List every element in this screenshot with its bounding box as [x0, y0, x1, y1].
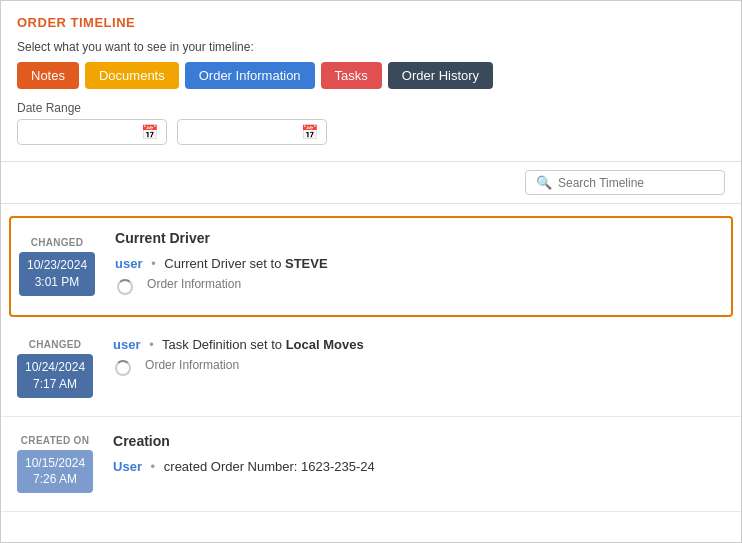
page-container: ORDER TIMELINE Select what you want to s…	[0, 0, 742, 543]
btn-documents[interactable]: Documents	[85, 62, 179, 89]
user-link-2a[interactable]: user	[113, 337, 140, 352]
date-start-wrapper: 📅	[17, 119, 167, 145]
entry-right-3: Creation User • created Order Number: 16…	[101, 421, 733, 508]
date-start-input[interactable]	[26, 125, 141, 139]
timeline-text-1a: user • Current Driver set to STEVE	[115, 256, 328, 271]
search-input[interactable]	[558, 176, 714, 190]
timeline-body: CHANGED 10/23/2024 3:01 PM Current Drive…	[1, 204, 741, 542]
filter-buttons: Notes Documents Order Information Tasks …	[17, 62, 725, 89]
time-3: 7:26 AM	[25, 471, 85, 488]
timeline-row-2a: user • Task Definition set to Local Move…	[113, 337, 717, 352]
action-text-3a: created Order Number:	[164, 459, 301, 474]
section-title-3: Creation	[113, 433, 717, 449]
sub-info-2b: Order Information	[145, 358, 239, 372]
calendar-start-icon[interactable]: 📅	[141, 124, 158, 140]
time-1: 3:01 PM	[27, 274, 87, 291]
date-range-section: Date Range 📅 📅	[17, 101, 725, 145]
btn-notes[interactable]: Notes	[17, 62, 79, 89]
btn-order-info[interactable]: Order Information	[185, 62, 315, 89]
timeline-text-3a: User • created Order Number: 1623-235-24	[113, 459, 375, 474]
entry-left-2: CHANGED 10/24/2024 7:17 AM	[9, 325, 101, 412]
search-wrapper: 🔍	[525, 170, 725, 195]
date-2: 10/24/2024	[25, 359, 85, 376]
spinner-icon-2b	[113, 358, 133, 378]
calendar-end-icon[interactable]: 📅	[301, 124, 318, 140]
entry-left-3: CREATED ON 10/15/2024 7:26 AM	[9, 421, 101, 508]
bullet-1a: •	[151, 256, 156, 271]
btn-order-history[interactable]: Order History	[388, 62, 493, 89]
time-2: 7:17 AM	[25, 376, 85, 393]
btn-tasks[interactable]: Tasks	[321, 62, 382, 89]
date-end-wrapper: 📅	[177, 119, 327, 145]
date-1: 10/23/2024	[27, 257, 87, 274]
spinner-2b	[115, 360, 131, 376]
timeline-row-3a: User • created Order Number: 1623-235-24	[113, 459, 717, 474]
spinner-1b	[117, 279, 133, 295]
timeline-row-1a: user • Current Driver set to STEVE	[115, 256, 715, 271]
sub-info-1b: Order Information	[147, 277, 241, 291]
date-range-label: Date Range	[17, 101, 725, 115]
status-label-2: CHANGED	[29, 339, 82, 350]
timeline-row-1b: Order Information	[115, 277, 715, 297]
bold-value-1a: STEVE	[285, 256, 328, 271]
section-title-1: Current Driver	[115, 230, 715, 246]
date-box-1: 10/23/2024 3:01 PM	[19, 252, 95, 296]
page-header: ORDER TIMELINE Select what you want to s…	[1, 1, 741, 162]
bold-value-2a: Local Moves	[286, 337, 364, 352]
action-text-1a: Current Driver set to	[164, 256, 285, 271]
user-link-1a[interactable]: user	[115, 256, 142, 271]
timeline-row-2b: Order Information	[113, 358, 717, 378]
search-bar-row: 🔍	[1, 162, 741, 204]
timeline-entry-1: CHANGED 10/23/2024 3:01 PM Current Drive…	[9, 216, 733, 317]
filter-label: Select what you want to see in your time…	[17, 40, 725, 54]
bullet-3a: •	[151, 459, 156, 474]
action-text-2a: Task Definition set to	[162, 337, 286, 352]
entry-right-1: Current Driver user • Current Driver set…	[103, 218, 731, 315]
search-icon: 🔍	[536, 175, 552, 190]
status-label-1: CHANGED	[31, 237, 84, 248]
page-title: ORDER TIMELINE	[17, 15, 725, 30]
date-3: 10/15/2024	[25, 455, 85, 472]
status-label-3: CREATED ON	[21, 435, 89, 446]
timeline-entry-3: CREATED ON 10/15/2024 7:26 AM Creation U…	[1, 417, 741, 513]
bullet-2a: •	[149, 337, 154, 352]
date-end-input[interactable]	[186, 125, 301, 139]
date-box-3: 10/15/2024 7:26 AM	[17, 450, 93, 494]
order-number-3a: 1623-235-24	[301, 459, 375, 474]
entry-right-2: user • Task Definition set to Local Move…	[101, 325, 733, 412]
timeline-entry-2: CHANGED 10/24/2024 7:17 AM user • Task D…	[1, 321, 741, 417]
spinner-icon-1b	[115, 277, 135, 297]
date-inputs: 📅 📅	[17, 119, 725, 145]
timeline-text-2a: user • Task Definition set to Local Move…	[113, 337, 364, 352]
date-box-2: 10/24/2024 7:17 AM	[17, 354, 93, 398]
user-link-3a[interactable]: User	[113, 459, 142, 474]
entry-left-1: CHANGED 10/23/2024 3:01 PM	[11, 218, 103, 315]
